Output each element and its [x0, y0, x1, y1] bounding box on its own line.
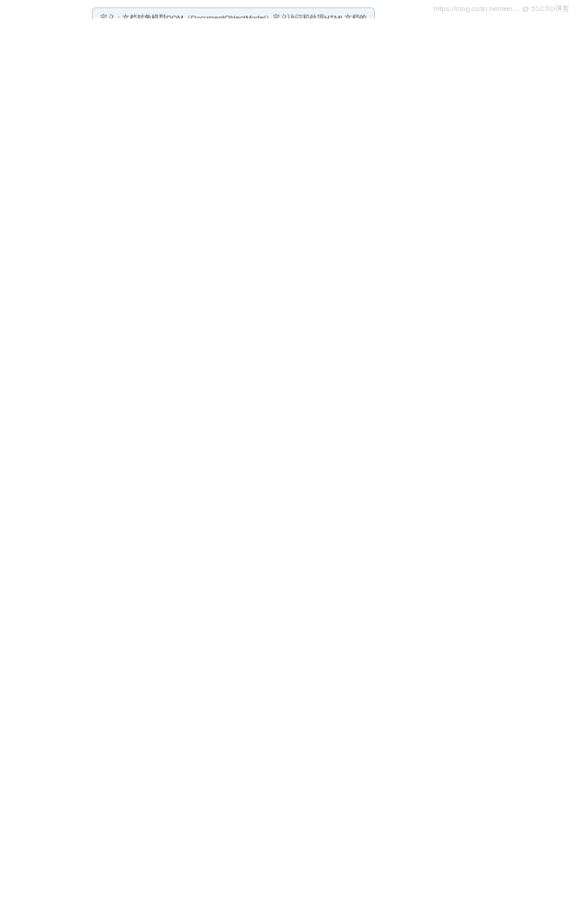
blog-watermark: https://blog.csdn.net/wei… @ 51CTO博客: [434, 4, 570, 14]
definition-box: 定义：文档对象模型DOM（DocumentObjectModel）定义访问和处理…: [92, 7, 375, 18]
